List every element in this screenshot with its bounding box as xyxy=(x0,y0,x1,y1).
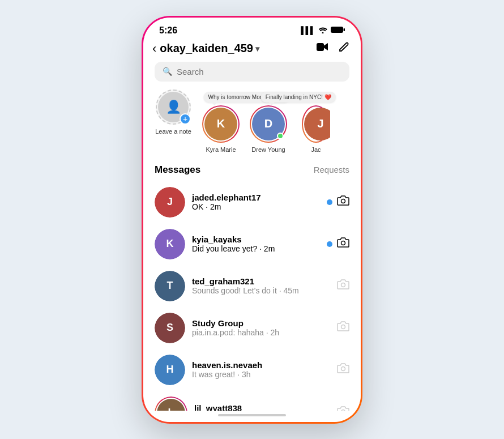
messages-list: J jaded.elephant17 OK · 2m xyxy=(143,181,361,411)
avatar-heaven-is-nevaeh: H xyxy=(155,355,185,385)
avatar-study-group: S xyxy=(155,313,185,343)
status-bar: 5:26 ▌▌▌ xyxy=(143,18,361,39)
msg-preview-ted: Sounds good! Let's do it · 45m xyxy=(192,286,330,295)
msg-actions-ted xyxy=(337,279,349,292)
search-input[interactable] xyxy=(177,67,341,76)
msg-actions-heaven xyxy=(337,363,349,376)
home-indicator xyxy=(218,414,286,416)
avatar-circle-study: S xyxy=(155,313,185,343)
msg-actions-study xyxy=(337,321,349,334)
msg-content-lil: lil_wyatt838 that's awesome! · 3d xyxy=(194,403,330,411)
compose-button[interactable] xyxy=(338,41,349,56)
story-label-add-note: Leave a note xyxy=(155,128,191,135)
header: ‹ okay_kaiden_459 ▾ xyxy=(143,39,361,62)
svg-point-3 xyxy=(341,199,345,203)
username-text: okay_kaiden_459 xyxy=(160,42,253,55)
svg-rect-1 xyxy=(344,28,345,31)
camera-icon-heaven[interactable] xyxy=(337,363,349,376)
note-bubble-drew: Finally landing in NYC! ❤️ xyxy=(261,92,336,103)
search-icon: 🔍 xyxy=(163,67,172,76)
story-label-drew: Drew Young xyxy=(251,146,285,153)
msg-username-kyia: kyia_kayaks xyxy=(192,235,320,244)
svg-rect-0 xyxy=(331,27,343,33)
avatar-circle-ted: T xyxy=(155,271,185,301)
msg-username-ted: ted_graham321 xyxy=(192,276,330,286)
svg-rect-2 xyxy=(317,43,324,51)
avatar-circle-kyia: K xyxy=(155,229,185,259)
message-item-study-group[interactable]: S Study Group pia.in.a.pod: hahaha · 2h xyxy=(143,307,361,349)
video-button[interactable] xyxy=(317,42,329,55)
story-ring-kyra: K xyxy=(202,105,240,143)
message-item-lil-wyatt838[interactable]: L lil_wyatt838 that's awesome! · 3d xyxy=(143,391,361,411)
msg-preview-study: pia.in.a.pod: hahaha · 2h xyxy=(192,328,330,337)
svg-point-6 xyxy=(341,325,345,329)
stories-row: 👤 + Leave a note Why is tomorrow Monday!… xyxy=(143,89,361,162)
svg-point-8 xyxy=(341,410,345,411)
add-note-plus-icon: + xyxy=(180,113,191,125)
story-ring-drew: D xyxy=(250,105,287,143)
camera-icon-jaded[interactable] xyxy=(337,195,349,208)
msg-content-jaded: jaded.elephant17 OK · 2m xyxy=(192,193,320,211)
story-item-jac[interactable]: Ga w J Jac xyxy=(296,105,336,153)
avatar-circle-heaven: H xyxy=(155,355,185,385)
svg-point-5 xyxy=(341,283,345,287)
msg-preview-jaded: OK · 2m xyxy=(192,202,320,211)
avatar-jac: J xyxy=(304,108,330,140)
phone-frame: 5:26 ▌▌▌ xyxy=(142,16,362,424)
msg-preview-heaven: It was great! · 3h xyxy=(192,370,330,379)
search-bar[interactable]: 🔍 xyxy=(155,62,349,82)
avatar-lil-wyatt838: L xyxy=(155,397,187,411)
username-display[interactable]: okay_kaiden_459 ▾ xyxy=(160,42,317,55)
story-ring-jac: J xyxy=(302,105,330,143)
story-item-drew-young[interactable]: Finally landing in NYC! ❤️ D Drew Young xyxy=(249,105,288,153)
phone-screen: 5:26 ▌▌▌ xyxy=(143,18,361,422)
story-label-jac: Jac xyxy=(311,146,321,153)
msg-content-study: Study Group pia.in.a.pod: hahaha · 2h xyxy=(192,318,330,337)
unread-dot-jaded xyxy=(327,199,332,205)
online-indicator-drew xyxy=(277,133,284,139)
story-item-kyra-marie[interactable]: Why is tomorrow Monday!? 😑 K Kyra Marie xyxy=(201,105,241,153)
avatar-jaded-elephant17: J xyxy=(155,187,185,218)
avatar-kyia-kayaks: K xyxy=(155,229,185,259)
battery-icon xyxy=(331,25,345,35)
gradient-ring-lil: L xyxy=(155,397,187,411)
section-header: Messages Requests xyxy=(143,162,361,181)
chevron-down-icon: ▾ xyxy=(255,44,259,53)
message-item-jaded-elephant17[interactable]: J jaded.elephant17 OK · 2m xyxy=(143,181,361,223)
camera-icon-kyia[interactable] xyxy=(337,237,349,250)
message-item-kyia-kayaks[interactable]: K kyia_kayaks Did you leave yet? · 2m xyxy=(143,223,361,265)
signal-icon: ▌▌▌ xyxy=(301,26,315,35)
msg-actions-lil xyxy=(337,406,349,411)
requests-link[interactable]: Requests xyxy=(314,165,349,174)
avatar-circle-lil: L xyxy=(157,399,185,411)
msg-username-heaven: heaven.is.nevaeh xyxy=(192,360,330,370)
message-item-heaven-is-nevaeh[interactable]: H heaven.is.nevaeh It was great! · 3h xyxy=(143,349,361,391)
msg-content-heaven: heaven.is.nevaeh It was great! · 3h xyxy=(192,360,330,379)
avatar-kyra: K xyxy=(204,108,237,140)
story-label-kyra: Kyra Marie xyxy=(206,146,236,153)
status-time: 5:26 xyxy=(159,25,177,36)
svg-point-4 xyxy=(341,241,345,245)
msg-content-kyia: kyia_kayaks Did you leave yet? · 2m xyxy=(192,235,320,253)
camera-icon-study[interactable] xyxy=(337,321,349,334)
wifi-icon xyxy=(318,25,327,35)
unread-dot-kyia xyxy=(327,241,332,247)
msg-preview-kyia: Did you leave yet? · 2m xyxy=(192,244,320,253)
msg-username-lil: lil_wyatt838 xyxy=(194,403,330,411)
phone-border: 5:26 ▌▌▌ xyxy=(142,16,362,424)
message-item-ted-graham321[interactable]: T ted_graham321 Sounds good! Let's do it… xyxy=(143,265,361,307)
svg-point-7 xyxy=(341,367,345,371)
avatar-circle-jaded: J xyxy=(155,187,185,218)
msg-username-study: Study Group xyxy=(192,318,330,328)
msg-content-ted: ted_graham321 Sounds good! Let's do it ·… xyxy=(192,276,330,295)
msg-username-jaded: jaded.elephant17 xyxy=(192,193,320,202)
avatar-drew: D xyxy=(252,108,285,140)
camera-icon-lil[interactable] xyxy=(337,406,349,411)
msg-actions-jaded xyxy=(327,195,349,208)
msg-actions-kyia xyxy=(327,237,349,250)
camera-icon-ted[interactable] xyxy=(337,279,349,292)
story-item-add-note[interactable]: 👤 + Leave a note xyxy=(153,89,193,153)
back-button[interactable]: ‹ xyxy=(152,41,156,56)
status-icons: ▌▌▌ xyxy=(301,25,345,35)
messages-section-title: Messages xyxy=(155,164,200,176)
